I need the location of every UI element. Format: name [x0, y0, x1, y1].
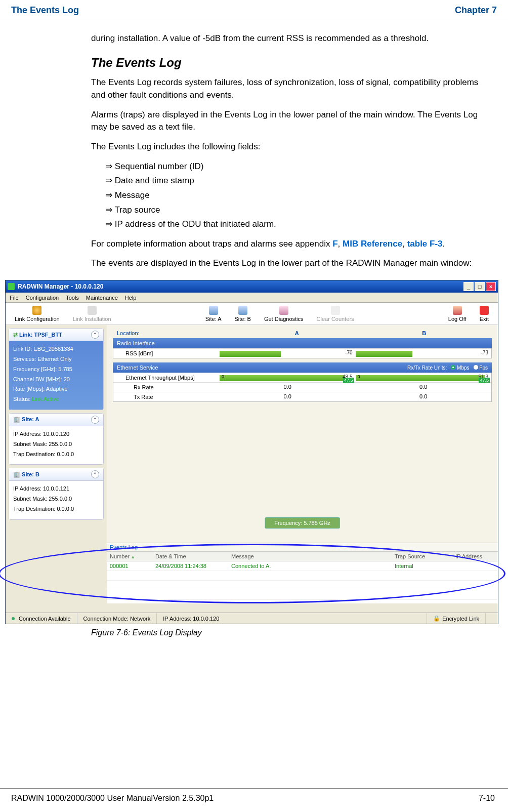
page-running-header: The Events Log Chapter 7 — [0, 0, 508, 20]
ethernet-service-header: Ethernet Service Rx/Tx Rate Units: Mbps … — [113, 362, 492, 373]
collapse-button[interactable]: ⌃ — [91, 416, 99, 424]
radio-interface-header: Radio Interface — [113, 338, 492, 348]
site-b-header[interactable]: 🏢 Site: B ⌃ — [9, 468, 103, 481]
sort-asc-icon: ▲ — [131, 554, 135, 559]
tp-b-cell: 051.347.5 — [356, 373, 492, 382]
tool-label: Exit — [480, 316, 489, 322]
site-b-title: Site: B — [22, 471, 39, 477]
rss-a-cell: -70 — [220, 349, 356, 358]
clear-icon — [331, 306, 340, 315]
section-title: Radio Interface — [117, 340, 155, 346]
log-row-empty — [107, 590, 498, 600]
col-datetime[interactable]: Date & Time — [152, 552, 228, 561]
minimize-button[interactable]: _ — [463, 282, 474, 291]
get-diagnostics-button[interactable]: Get Diagnostics — [258, 305, 310, 323]
column-a-header: A — [233, 330, 361, 336]
log-datetime: 24/09/2008 11:24:38 — [152, 561, 228, 571]
log-header-row: Number▲ Date & Time Message Trap Source … — [107, 552, 498, 561]
tool-label: Link Configuration — [15, 316, 60, 322]
tx-a-value: 0.0 — [220, 392, 356, 401]
log-row[interactable]: 000001 24/09/2008 11:24:38 Connected to … — [107, 561, 498, 571]
maximize-button[interactable]: □ — [475, 282, 485, 291]
log-off-button[interactable]: Log Off — [442, 305, 473, 323]
site-a-title: Site: A — [22, 416, 39, 422]
link-panel-header[interactable]: ⇄ Link: TPSF_BTT ⌃ — [9, 329, 103, 341]
window-controls: _ □ × — [463, 282, 496, 291]
statusbar: Connection Available Connection Mode: Ne… — [6, 613, 498, 624]
collapse-button[interactable]: ⌃ — [91, 331, 99, 339]
window-title: RADWIN Manager - 10.0.0.120 — [18, 283, 103, 290]
para-5: The events are displayed in the Events L… — [91, 257, 493, 270]
list-item: Date and time stamp — [105, 175, 493, 187]
status-text: Encrypted Link — [442, 616, 479, 622]
log-message: Connected to A. — [228, 561, 392, 571]
mbps-label: Mbps — [457, 365, 469, 371]
tool-label: Site: B — [235, 316, 251, 322]
col-number[interactable]: Number▲ — [107, 552, 152, 561]
tool-label: Clear Counters — [317, 316, 354, 322]
appendix-link[interactable]: F — [332, 239, 337, 249]
mbps-radio[interactable]: Mbps — [451, 365, 469, 371]
connection-icon — [12, 617, 15, 620]
page-footer: RADWIN 1000/2000/3000 User ManualVersion… — [0, 788, 508, 803]
log-ip — [452, 561, 498, 571]
footer-manual-version: RADWIN 1000/2000/3000 User ManualVersion… — [11, 794, 214, 803]
site-icon: 🏢 — [13, 416, 20, 422]
col-label: Number — [110, 553, 130, 559]
rate-units-group: Rx/Tx Rate Units: Mbps Fps — [407, 365, 488, 371]
site-a-button[interactable]: Site: A — [199, 305, 228, 323]
rate-units-label: Rx/Tx Rate Units: — [407, 365, 447, 371]
intro-continuation: during installation. A value of -5dB fro… — [91, 32, 493, 45]
site-b-button[interactable]: Site: B — [229, 305, 257, 323]
list-item: IP address of the ODU that initiated ala… — [105, 218, 493, 231]
mib-reference-link[interactable]: MIB Reference — [343, 239, 402, 249]
col-trap-source[interactable]: Trap Source — [392, 552, 452, 561]
header-chapter: Chapter 7 — [455, 5, 497, 16]
footer-page-number: 7-10 — [479, 794, 495, 803]
menu-file[interactable]: File — [10, 295, 19, 301]
log-row-empty — [107, 581, 498, 590]
rss-b-cell: -73 — [356, 349, 492, 358]
site-a-header[interactable]: 🏢 Site: A ⌃ — [9, 414, 103, 426]
window-titlebar[interactable]: RADWIN Manager - 10.0.0.120 _ □ × — [6, 280, 498, 293]
location-header-row: Location: A B — [107, 325, 498, 338]
site-icon — [209, 306, 218, 315]
frequency-badge: Frequency: 5.785 GHz — [265, 517, 340, 529]
list-item: Message — [105, 189, 493, 202]
close-button[interactable]: × — [486, 282, 496, 291]
location-label: Location: — [117, 330, 233, 336]
fps-radio[interactable]: Fps — [474, 365, 488, 371]
menu-tools[interactable]: Tools — [66, 295, 79, 301]
tool-label: Site: A — [205, 316, 222, 322]
menu-help[interactable]: Help — [125, 295, 137, 301]
col-message[interactable]: Message — [228, 552, 392, 561]
list-item: Sequential number (ID) — [105, 160, 493, 173]
menu-maintenance[interactable]: Maintenance — [86, 295, 118, 301]
menu-configuration[interactable]: Configuration — [26, 295, 59, 301]
collapse-button[interactable]: ⌃ — [91, 470, 99, 478]
events-log-table: Number▲ Date & Time Message Trap Source … — [107, 552, 498, 600]
exit-button[interactable]: Exit — [474, 305, 495, 323]
para-2: Alarms (traps) are displayed in the Even… — [91, 109, 493, 134]
panel-row: Rate [Mbps]: Adaptive — [13, 384, 99, 394]
sep: , — [338, 239, 343, 249]
panel-row: Trap Destination: 0.0.0.0 — [13, 450, 99, 460]
tool-label: Get Diagnostics — [264, 316, 304, 322]
para-3: The Events Log includes the following fi… — [91, 141, 493, 153]
ethernet-table: Ethernet Throughput [Mbps] 048.547.5 051… — [113, 373, 492, 402]
menubar: File Configuration Tools Maintenance Hel… — [6, 293, 498, 303]
rss-a-value: -70 — [345, 350, 352, 355]
section-title: Ethernet Service — [117, 364, 158, 371]
para-4: For complete information about traps and… — [91, 238, 493, 251]
tx-b-value: 0.0 — [356, 392, 492, 401]
tp-a-cell: 048.547.5 — [220, 373, 356, 382]
link-configuration-button[interactable]: Link Configuration — [9, 305, 66, 323]
col-ip-address[interactable]: IP Address — [452, 552, 498, 561]
throughput-label: Ethernet Throughput [Mbps] — [113, 373, 220, 382]
resize-grip[interactable] — [486, 613, 498, 624]
toolbar: Link Configuration Link Installation Sit… — [6, 303, 498, 325]
link-installation-button: Link Installation — [67, 305, 117, 323]
main-area: ⇄ Link: TPSF_BTT ⌃ Link ID: EBG_20561334… — [6, 325, 498, 603]
throughput-row: Ethernet Throughput [Mbps] 048.547.5 051… — [113, 373, 491, 382]
table-f3-link[interactable]: table F-3 — [407, 239, 443, 249]
